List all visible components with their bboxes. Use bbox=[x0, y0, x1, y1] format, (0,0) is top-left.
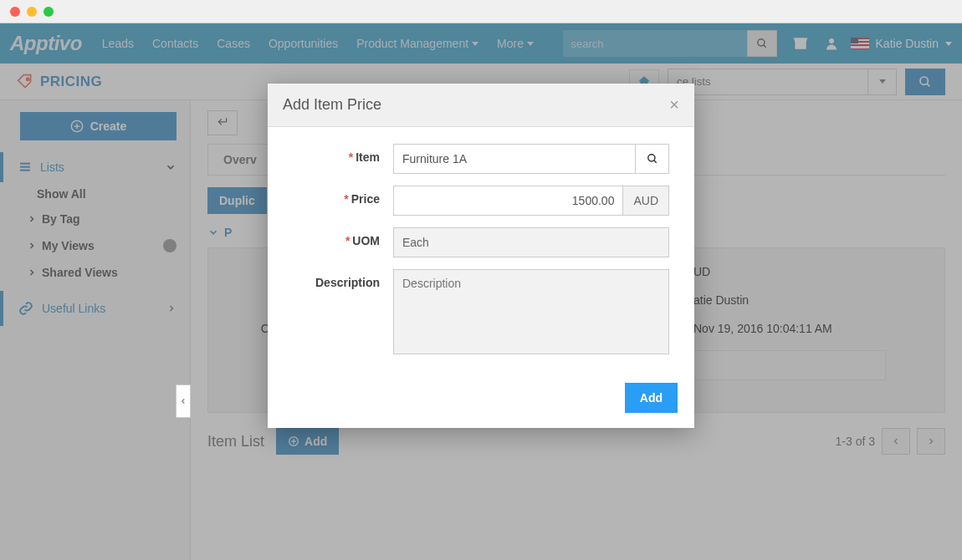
window-max[interactable] bbox=[43, 7, 54, 17]
uom-label: UOM bbox=[352, 234, 380, 247]
svg-line-18 bbox=[653, 160, 656, 163]
price-input[interactable] bbox=[393, 186, 623, 216]
item-input[interactable] bbox=[393, 144, 636, 174]
sidebar-collapse[interactable] bbox=[176, 384, 191, 418]
search-icon bbox=[647, 153, 658, 165]
window-min[interactable] bbox=[27, 7, 37, 17]
window-chrome bbox=[0, 0, 962, 23]
modal-overlay: Add Item Price × *Item *Price AUD *UOM E… bbox=[0, 23, 962, 560]
add-item-price-modal: Add Item Price × *Item *Price AUD *UOM E… bbox=[268, 84, 694, 428]
modal-title: Add Item Price bbox=[283, 96, 381, 114]
item-lookup-button[interactable] bbox=[636, 144, 669, 174]
description-label: Description bbox=[315, 276, 380, 289]
modal-add-button[interactable]: Add bbox=[625, 383, 678, 413]
window-close[interactable] bbox=[10, 7, 20, 17]
price-currency: AUD bbox=[623, 186, 669, 216]
uom-field: Each bbox=[393, 227, 669, 257]
description-textarea[interactable] bbox=[393, 269, 669, 354]
modal-close-button[interactable]: × bbox=[669, 95, 679, 115]
item-label: Item bbox=[356, 150, 380, 164]
svg-point-17 bbox=[647, 155, 654, 161]
chevron-left-icon bbox=[179, 395, 187, 407]
price-label: Price bbox=[351, 192, 380, 206]
